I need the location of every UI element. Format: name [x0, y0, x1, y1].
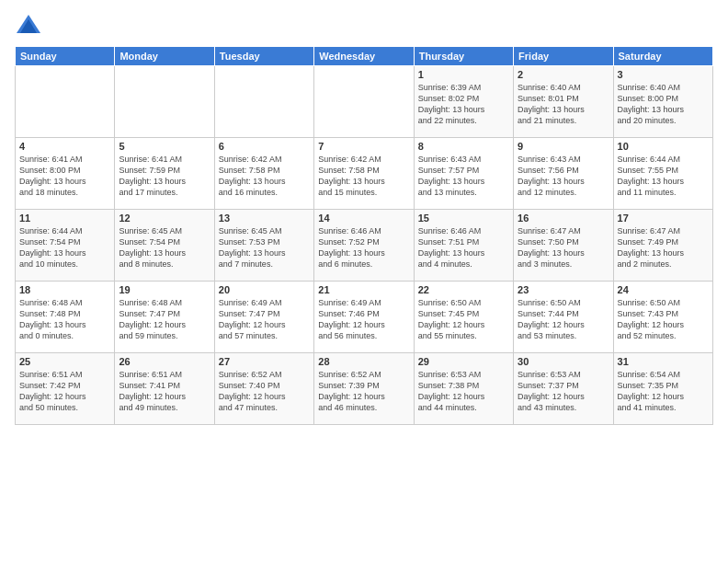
calendar-cell: 20Sunrise: 6:49 AM Sunset: 7:47 PM Dayli…	[214, 282, 313, 353]
day-number: 12	[119, 213, 210, 224]
day-info: Sunrise: 6:43 AM Sunset: 7:57 PM Dayligh…	[418, 154, 509, 199]
header-row: SundayMondayTuesdayWednesdayThursdayFrid…	[16, 47, 713, 66]
calendar-cell: 24Sunrise: 6:50 AM Sunset: 7:43 PM Dayli…	[613, 282, 712, 353]
day-header-saturday: Saturday	[613, 47, 712, 66]
day-number: 2	[518, 69, 609, 80]
calendar-cell: 14Sunrise: 6:46 AM Sunset: 7:52 PM Dayli…	[314, 210, 414, 282]
day-info: Sunrise: 6:47 AM Sunset: 7:50 PM Dayligh…	[518, 225, 609, 270]
calendar-cell	[314, 66, 414, 138]
day-info: Sunrise: 6:51 AM Sunset: 7:42 PM Dayligh…	[19, 369, 110, 414]
day-number: 22	[418, 284, 509, 295]
calendar-cell: 21Sunrise: 6:49 AM Sunset: 7:46 PM Dayli…	[314, 282, 414, 353]
day-number: 25	[19, 356, 110, 367]
day-info: Sunrise: 6:49 AM Sunset: 7:46 PM Dayligh…	[318, 297, 409, 342]
calendar-cell: 9Sunrise: 6:43 AM Sunset: 7:56 PM Daylig…	[514, 138, 613, 210]
calendar-cell: 2Sunrise: 6:40 AM Sunset: 8:01 PM Daylig…	[514, 66, 613, 138]
calendar-cell: 5Sunrise: 6:41 AM Sunset: 7:59 PM Daylig…	[115, 138, 214, 210]
day-header-tuesday: Tuesday	[214, 47, 313, 66]
day-info: Sunrise: 6:46 AM Sunset: 7:52 PM Dayligh…	[318, 225, 409, 270]
calendar-cell: 11Sunrise: 6:44 AM Sunset: 7:54 PM Dayli…	[16, 210, 115, 282]
day-number: 9	[518, 141, 609, 152]
calendar-cell: 17Sunrise: 6:47 AM Sunset: 7:49 PM Dayli…	[613, 210, 712, 282]
day-number: 1	[418, 69, 509, 80]
day-info: Sunrise: 6:42 AM Sunset: 7:58 PM Dayligh…	[318, 154, 409, 199]
day-number: 6	[219, 141, 310, 152]
calendar-cell: 22Sunrise: 6:50 AM Sunset: 7:45 PM Dayli…	[414, 282, 513, 353]
day-info: Sunrise: 6:52 AM Sunset: 7:39 PM Dayligh…	[318, 369, 409, 414]
day-info: Sunrise: 6:41 AM Sunset: 8:00 PM Dayligh…	[19, 154, 110, 199]
calendar-cell: 4Sunrise: 6:41 AM Sunset: 8:00 PM Daylig…	[16, 138, 115, 210]
logo-icon	[15, 11, 42, 39]
day-number: 17	[618, 213, 709, 224]
day-info: Sunrise: 6:45 AM Sunset: 7:54 PM Dayligh…	[119, 225, 210, 270]
calendar-cell: 12Sunrise: 6:45 AM Sunset: 7:54 PM Dayli…	[115, 210, 214, 282]
calendar-cell: 3Sunrise: 6:40 AM Sunset: 8:00 PM Daylig…	[613, 66, 712, 138]
day-info: Sunrise: 6:46 AM Sunset: 7:51 PM Dayligh…	[418, 225, 509, 270]
calendar-cell: 10Sunrise: 6:44 AM Sunset: 7:55 PM Dayli…	[613, 138, 712, 210]
calendar-cell	[214, 66, 313, 138]
day-number: 16	[518, 213, 609, 224]
calendar-cell: 27Sunrise: 6:52 AM Sunset: 7:40 PM Dayli…	[214, 353, 313, 425]
calendar-cell: 25Sunrise: 6:51 AM Sunset: 7:42 PM Dayli…	[16, 353, 115, 425]
day-number: 11	[19, 213, 110, 224]
calendar-cell: 23Sunrise: 6:50 AM Sunset: 7:44 PM Dayli…	[514, 282, 613, 353]
day-info: Sunrise: 6:47 AM Sunset: 7:49 PM Dayligh…	[618, 225, 709, 270]
calendar-cell: 28Sunrise: 6:52 AM Sunset: 7:39 PM Dayli…	[314, 353, 414, 425]
day-number: 7	[318, 141, 409, 152]
day-number: 18	[19, 284, 110, 295]
day-info: Sunrise: 6:51 AM Sunset: 7:41 PM Dayligh…	[119, 369, 210, 414]
day-header-thursday: Thursday	[414, 47, 513, 66]
day-number: 4	[19, 141, 110, 152]
day-info: Sunrise: 6:39 AM Sunset: 8:02 PM Dayligh…	[418, 82, 509, 127]
calendar-cell: 6Sunrise: 6:42 AM Sunset: 7:58 PM Daylig…	[214, 138, 313, 210]
day-number: 24	[618, 284, 709, 295]
week-row-2: 4Sunrise: 6:41 AM Sunset: 8:00 PM Daylig…	[16, 138, 713, 210]
day-number: 29	[418, 356, 509, 367]
day-info: Sunrise: 6:53 AM Sunset: 7:37 PM Dayligh…	[518, 369, 609, 414]
logo	[15, 11, 46, 39]
day-info: Sunrise: 6:49 AM Sunset: 7:47 PM Dayligh…	[219, 297, 310, 342]
day-info: Sunrise: 6:41 AM Sunset: 7:59 PM Dayligh…	[119, 154, 210, 199]
day-info: Sunrise: 6:40 AM Sunset: 8:01 PM Dayligh…	[518, 82, 609, 127]
day-info: Sunrise: 6:52 AM Sunset: 7:40 PM Dayligh…	[219, 369, 310, 414]
day-info: Sunrise: 6:50 AM Sunset: 7:45 PM Dayligh…	[418, 297, 509, 342]
week-row-1: 1Sunrise: 6:39 AM Sunset: 8:02 PM Daylig…	[16, 66, 713, 138]
calendar-cell: 19Sunrise: 6:48 AM Sunset: 7:47 PM Dayli…	[115, 282, 214, 353]
day-number: 14	[318, 213, 409, 224]
day-info: Sunrise: 6:45 AM Sunset: 7:53 PM Dayligh…	[219, 225, 310, 270]
calendar-cell: 31Sunrise: 6:54 AM Sunset: 7:35 PM Dayli…	[613, 353, 712, 425]
calendar-cell	[115, 66, 214, 138]
day-info: Sunrise: 6:44 AM Sunset: 7:55 PM Dayligh…	[618, 154, 709, 199]
day-info: Sunrise: 6:50 AM Sunset: 7:43 PM Dayligh…	[618, 297, 709, 342]
calendar-cell: 18Sunrise: 6:48 AM Sunset: 7:48 PM Dayli…	[16, 282, 115, 353]
day-number: 10	[618, 141, 709, 152]
calendar-cell: 1Sunrise: 6:39 AM Sunset: 8:02 PM Daylig…	[414, 66, 513, 138]
calendar-cell: 30Sunrise: 6:53 AM Sunset: 7:37 PM Dayli…	[514, 353, 613, 425]
day-info: Sunrise: 6:44 AM Sunset: 7:54 PM Dayligh…	[19, 225, 110, 270]
calendar-cell: 29Sunrise: 6:53 AM Sunset: 7:38 PM Dayli…	[414, 353, 513, 425]
day-info: Sunrise: 6:53 AM Sunset: 7:38 PM Dayligh…	[418, 369, 509, 414]
day-number: 8	[418, 141, 509, 152]
day-header-monday: Monday	[115, 47, 214, 66]
day-number: 23	[518, 284, 609, 295]
day-info: Sunrise: 6:42 AM Sunset: 7:58 PM Dayligh…	[219, 154, 310, 199]
week-row-3: 11Sunrise: 6:44 AM Sunset: 7:54 PM Dayli…	[16, 210, 713, 282]
day-info: Sunrise: 6:48 AM Sunset: 7:47 PM Dayligh…	[119, 297, 210, 342]
calendar-page: SundayMondayTuesdayWednesdayThursdayFrid…	[0, 0, 728, 563]
day-number: 5	[119, 141, 210, 152]
day-number: 3	[618, 69, 709, 80]
day-number: 31	[618, 356, 709, 367]
day-number: 20	[219, 284, 310, 295]
day-number: 27	[219, 356, 310, 367]
day-header-sunday: Sunday	[16, 47, 115, 66]
day-number: 13	[219, 213, 310, 224]
calendar-cell: 16Sunrise: 6:47 AM Sunset: 7:50 PM Dayli…	[514, 210, 613, 282]
calendar-table: SundayMondayTuesdayWednesdayThursdayFrid…	[15, 46, 713, 425]
day-info: Sunrise: 6:48 AM Sunset: 7:48 PM Dayligh…	[19, 297, 110, 342]
day-number: 30	[518, 356, 609, 367]
day-number: 28	[318, 356, 409, 367]
day-number: 21	[318, 284, 409, 295]
day-number: 26	[119, 356, 210, 367]
day-info: Sunrise: 6:43 AM Sunset: 7:56 PM Dayligh…	[518, 154, 609, 199]
day-header-friday: Friday	[514, 47, 613, 66]
